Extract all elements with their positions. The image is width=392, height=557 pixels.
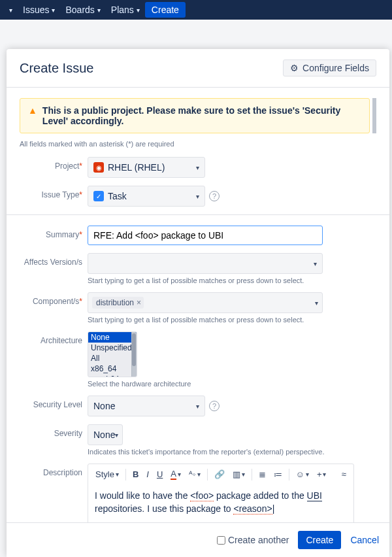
- project-select[interactable]: ◉ RHEL (RHEL) ▾: [88, 157, 205, 178]
- checkbox[interactable]: [217, 536, 225, 545]
- nav-plans[interactable]: Plans▾: [106, 2, 145, 18]
- arch-option[interactable]: aarch64: [88, 374, 137, 377]
- task-icon: ✓: [93, 191, 104, 201]
- arch-option[interactable]: All: [88, 353, 137, 363]
- chevron-down-icon: ▾: [196, 403, 199, 410]
- underline-icon[interactable]: U: [154, 467, 166, 481]
- component-tag: distribution ×: [92, 297, 144, 309]
- create-button[interactable]: Create: [298, 531, 341, 549]
- description-textarea[interactable]: I would like to have the <foo> package a…: [88, 484, 353, 522]
- nav-issues[interactable]: Issues▾: [18, 2, 60, 18]
- arch-option[interactable]: None: [88, 332, 137, 343]
- dialog-footer: Create another Create Cancel: [7, 522, 389, 557]
- italic-icon[interactable]: I: [143, 467, 152, 481]
- chevron-down-icon: ▾: [115, 431, 118, 439]
- rhel-project-icon: ◉: [93, 162, 104, 173]
- collapse-toolbar-icon[interactable]: ≈: [338, 467, 350, 481]
- affects-versions-select[interactable]: ▾: [88, 253, 323, 274]
- remove-tag-icon[interactable]: ×: [137, 298, 141, 307]
- toolbar-style[interactable]: Style▾: [92, 467, 122, 481]
- create-another-checkbox[interactable]: Create another: [217, 535, 289, 545]
- more-icon[interactable]: +▾: [314, 467, 330, 481]
- scrollbar[interactable]: [131, 332, 137, 377]
- text-color-icon[interactable]: A▾: [167, 467, 184, 482]
- issue-type-select[interactable]: ✓ Task ▾: [88, 186, 205, 207]
- components-select[interactable]: distribution × ▾: [88, 292, 323, 313]
- chevron-down-icon: ▾: [315, 299, 318, 307]
- warning-icon: ▲: [28, 105, 37, 126]
- chevron-down-icon: ▾: [196, 164, 199, 171]
- help-icon[interactable]: ?: [209, 401, 220, 411]
- more-format-icon[interactable]: ᴬ◦▾: [186, 467, 204, 481]
- dialog-body: ▲ This is a public project. Please make …: [7, 88, 389, 522]
- divider: [7, 214, 389, 215]
- required-note: All fields marked with an asterisk (*) a…: [20, 140, 376, 148]
- dialog-title: Create Issue: [20, 61, 93, 76]
- chevron-down-icon: ▾: [52, 7, 55, 14]
- architecture-listbox[interactable]: None Unspecified All x86_64 aarch64: [88, 331, 137, 377]
- description-editor: Style▾ B I U A▾ ᴬ◦▾ 🔗 ▥▾ ≣ ≔: [88, 464, 354, 522]
- gear-icon: [290, 63, 299, 73]
- attachment-icon[interactable]: ▥▾: [229, 467, 248, 481]
- nav-create-button[interactable]: Create: [145, 2, 186, 18]
- chevron-down-icon: ▾: [314, 260, 317, 267]
- emoji-icon[interactable]: ☺▾: [293, 467, 312, 481]
- cancel-button[interactable]: Cancel: [350, 535, 379, 545]
- severity-select[interactable]: None ▾: [88, 424, 123, 445]
- chevron-down-icon: ▾: [9, 7, 12, 14]
- editor-toolbar: Style▾ B I U A▾ ᴬ◦▾ 🔗 ▥▾ ≣ ≔: [88, 464, 353, 484]
- nav-boards[interactable]: Boards▾: [60, 2, 105, 18]
- dialog-header: Create Issue Configure Fields: [7, 49, 389, 88]
- bold-icon[interactable]: B: [129, 467, 142, 481]
- link-icon[interactable]: 🔗: [211, 467, 228, 481]
- public-project-warning: ▲ This is a public project. Please make …: [20, 98, 370, 133]
- configure-fields-button[interactable]: Configure Fields: [283, 59, 376, 76]
- bullet-list-icon[interactable]: ≣: [255, 467, 269, 481]
- nav-caret-left[interactable]: ▾: [4, 4, 18, 16]
- create-issue-dialog: Create Issue Configure Fields ▲ This is …: [7, 49, 389, 557]
- security-level-select[interactable]: None ▾: [88, 396, 205, 416]
- arch-option[interactable]: x86_64: [88, 363, 137, 374]
- numbered-list-icon[interactable]: ≔: [270, 467, 286, 481]
- help-icon[interactable]: ?: [209, 191, 220, 201]
- chevron-down-icon: ▾: [196, 193, 199, 200]
- arch-option[interactable]: Unspecified: [88, 343, 137, 353]
- top-nav: ▾ Issues▾ Boards▾ Plans▾ Create: [0, 0, 392, 20]
- summary-input[interactable]: [88, 226, 323, 245]
- chevron-down-icon: ▾: [137, 7, 140, 14]
- chevron-down-icon: ▾: [97, 7, 101, 14]
